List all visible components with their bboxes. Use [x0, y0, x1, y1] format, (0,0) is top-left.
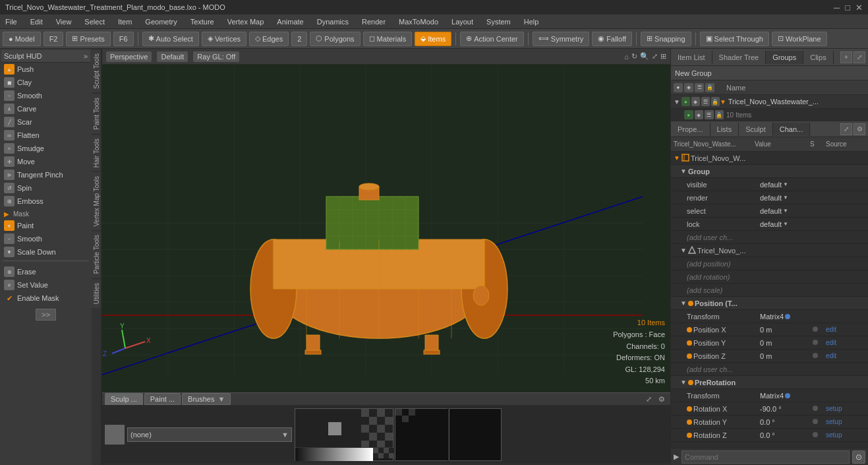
- texture-thumb-1[interactable]: [295, 408, 393, 461]
- vtab-paint-tools[interactable]: Paint Tools: [92, 93, 101, 134]
- materials-btn[interactable]: ◻ Materials: [363, 32, 413, 46]
- action-center-btn[interactable]: ⊕ Action Center: [460, 32, 524, 46]
- props-row-group[interactable]: ▼ Group: [671, 165, 868, 178]
- menu-system[interactable]: System: [484, 16, 513, 27]
- sub-extra-icon[interactable]: 🔒: [715, 110, 724, 119]
- command-submit-btn[interactable]: ⊙: [852, 450, 865, 464]
- viewport-ray-label[interactable]: Ray GL: Off: [193, 51, 239, 62]
- tool-enable-mask[interactable]: ✔ Enable Mask: [1, 292, 90, 305]
- close-button[interactable]: ✕: [855, 3, 863, 13]
- props-rot-x-source[interactable]: setup: [826, 405, 865, 412]
- menu-render[interactable]: Render: [359, 16, 388, 27]
- props-row-add-user-pos[interactable]: (add user ch...: [671, 363, 868, 376]
- vtab-utilities[interactable]: Utilities: [92, 278, 101, 308]
- tree-expand-arrow[interactable]: ▼: [674, 98, 680, 106]
- menu-file[interactable]: File: [3, 16, 20, 27]
- props-row-prerot-transform[interactable]: Transform Matrix4: [671, 389, 868, 402]
- texture-thumb-2[interactable]: [395, 408, 448, 461]
- tab-item-list[interactable]: Item List: [671, 51, 712, 64]
- color-swatch[interactable]: [105, 425, 125, 445]
- workplane-btn[interactable]: ⊡ WorkPlane: [772, 32, 827, 46]
- props-row-pos-z[interactable]: Position Z 0 m edit: [671, 350, 868, 363]
- tool-paint-mask[interactable]: ● Paint: [1, 219, 90, 232]
- menu-dynamics[interactable]: Dynamics: [314, 16, 351, 27]
- tool-move[interactable]: ✛ Move: [1, 155, 90, 168]
- add-group-icon[interactable]: +: [840, 51, 852, 63]
- tool-flatten[interactable]: ═ Flatten: [1, 129, 90, 142]
- tool-push[interactable]: ▲ Push: [1, 63, 90, 76]
- props-row-root[interactable]: ▼ Tricel_Novo_W...: [671, 152, 868, 165]
- expand-panel-icon[interactable]: ⤢: [854, 51, 865, 63]
- vertices-btn[interactable]: ◈ Vertices: [202, 32, 246, 46]
- window-controls[interactable]: ─ □ ✕: [834, 3, 863, 13]
- visible-dropdown[interactable]: ▼: [783, 181, 788, 187]
- enable-mask-check[interactable]: ✔: [4, 293, 14, 303]
- vtab-particle-tools[interactable]: Particle Tools: [92, 230, 101, 278]
- viewport-perspective-label[interactable]: Perspective: [106, 51, 152, 62]
- vtab-hair-tools[interactable]: Hair Tools: [92, 134, 101, 171]
- edges-num-btn[interactable]: 2: [291, 32, 307, 46]
- tree-lock-icon[interactable]: ☰: [701, 97, 710, 106]
- menu-texture[interactable]: Texture: [188, 16, 217, 27]
- tab-sculpt[interactable]: Sculp ...: [105, 393, 143, 405]
- vtab-vertex-map-tools[interactable]: Vertex Map Tools: [92, 171, 101, 231]
- expand-btn[interactable]: »: [84, 52, 88, 60]
- command-input[interactable]: [681, 450, 850, 464]
- menu-maxtomodo[interactable]: MaxToModo: [396, 16, 441, 27]
- tool-smudge[interactable]: ≈ Smudge: [1, 142, 90, 155]
- maximize-button[interactable]: □: [845, 3, 850, 13]
- presets-btn[interactable]: ⊞ Presets: [66, 32, 110, 46]
- tool-smooth[interactable]: ~ Smooth: [1, 89, 90, 102]
- tree-sub-item[interactable]: ● ◈ ☰ 🔒 10 Items: [671, 109, 868, 121]
- tree-extra-icon[interactable]: 🔒: [711, 97, 720, 106]
- material-dropdown-arrow[interactable]: ▼: [281, 431, 289, 439]
- props-pos-x-source[interactable]: edit: [826, 326, 865, 333]
- menu-layout[interactable]: Layout: [449, 16, 476, 27]
- viewport-rotate-icon[interactable]: ↻: [631, 52, 637, 61]
- minimize-button[interactable]: ─: [834, 3, 840, 13]
- tab-paint[interactable]: Paint ...: [144, 393, 181, 405]
- brushes-dropdown-arrow[interactable]: ▼: [217, 395, 225, 403]
- sub-lock-icon[interactable]: ☰: [705, 110, 714, 119]
- menu-vertex-map[interactable]: Vertex Map: [225, 16, 267, 27]
- bottom-expand-icon[interactable]: ⤢: [643, 395, 654, 404]
- props-tab-properties[interactable]: Prope...: [671, 123, 710, 136]
- tab-brushes[interactable]: Brushes ▼: [182, 393, 231, 405]
- props-row-rot-x[interactable]: Rotation X -90.0 ° setup: [671, 402, 868, 416]
- props-tab-sculpt[interactable]: Sculpt: [739, 123, 773, 136]
- tree-item-main[interactable]: ▼ ● ◈ ☰ 🔒 ▼ Tricel_Novo_Wastewater_...: [671, 95, 868, 109]
- snapping-btn[interactable]: ⊞ Snapping: [641, 32, 691, 46]
- props-row-position-section[interactable]: ▼ Position (T...: [671, 297, 868, 310]
- sub-render-icon[interactable]: ◈: [695, 110, 704, 119]
- bottom-settings-icon[interactable]: ⚙: [656, 395, 668, 404]
- props-pos-y-source[interactable]: edit: [826, 339, 865, 346]
- viewport-home-icon[interactable]: ⌂: [624, 53, 629, 61]
- props-rot-z-source[interactable]: setup: [826, 431, 865, 439]
- tool-tangent-pinch[interactable]: ⊳ Tangent Pinch: [1, 168, 90, 181]
- tab-clips[interactable]: Clips: [803, 51, 833, 64]
- menu-view[interactable]: View: [53, 16, 74, 27]
- mode-f2-btn[interactable]: F2: [43, 32, 64, 46]
- lock-dropdown[interactable]: ▼: [783, 221, 788, 227]
- select-through-btn[interactable]: ▣ Select Through: [700, 32, 769, 46]
- menu-item[interactable]: Item: [115, 16, 134, 27]
- props-row-add-position[interactable]: (add position): [671, 257, 868, 270]
- tab-shader-tree[interactable]: Shader Tree: [712, 51, 767, 64]
- f6-btn[interactable]: F6: [113, 32, 134, 46]
- menu-edit[interactable]: Edit: [28, 16, 45, 27]
- tool-erase[interactable]: ⊗ Erase: [1, 265, 90, 278]
- items-btn[interactable]: ⬙ Items: [415, 32, 451, 46]
- props-row-add-user[interactable]: (add user ch...: [671, 231, 868, 244]
- tool-spin[interactable]: ↺ Spin: [1, 181, 90, 195]
- viewport-fit-icon[interactable]: ⤢: [652, 52, 658, 61]
- expand-panel-btn[interactable]: >>: [36, 309, 56, 321]
- menu-help[interactable]: Help: [521, 16, 542, 27]
- props-tab-lists[interactable]: Lists: [710, 123, 739, 136]
- tool-scar[interactable]: ╱ Scar: [1, 115, 90, 129]
- tab-groups[interactable]: Groups: [766, 51, 803, 64]
- tool-scale-down[interactable]: ▼ Scale Down: [1, 245, 90, 259]
- symmetry-btn[interactable]: ⟺ Symmetry: [533, 32, 590, 46]
- texture-thumb-3[interactable]: [449, 408, 502, 461]
- props-row-pos-y[interactable]: Position Y 0 m edit: [671, 336, 868, 350]
- props-row-prerotation-section[interactable]: ▼ PreRotation: [671, 376, 868, 389]
